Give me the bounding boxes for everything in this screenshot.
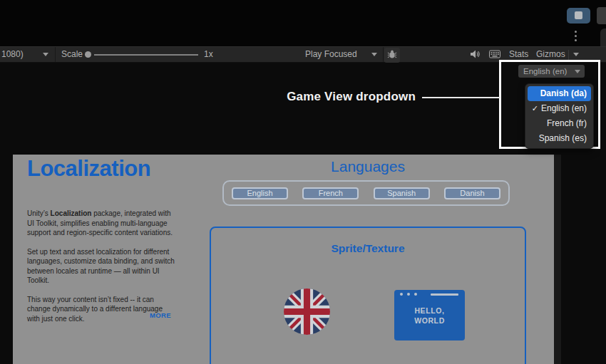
- debug-bug-button[interactable]: [384, 48, 400, 63]
- scale-value: 1x: [204, 47, 213, 62]
- toolbar-separator: [383, 47, 384, 62]
- language-button-english[interactable]: English: [232, 187, 288, 199]
- gizmos-separator: [568, 50, 569, 60]
- menu-item-french[interactable]: French (fr): [525, 116, 593, 131]
- annotation-game-view-dropdown: Game View dropdown: [273, 90, 416, 104]
- language-button-french[interactable]: French: [302, 187, 359, 199]
- more-link[interactable]: MORE: [27, 311, 171, 319]
- bug-icon: [387, 49, 397, 61]
- kebab-menu-icon[interactable]: [575, 31, 577, 43]
- unity-game-view: 1080) Scale 1x Play Focused Stats Gizmos: [0, 0, 606, 364]
- check-icon: ✓: [532, 101, 538, 116]
- sprite-texture-section: Sprite/Texture: [210, 227, 526, 364]
- language-button-danish[interactable]: Danish: [444, 187, 500, 199]
- languages-button-group: English French Spanish Danish: [222, 180, 510, 206]
- uk-flag-icon: [284, 288, 330, 335]
- hello-world-window: HELLO, WORLD: [394, 290, 465, 340]
- play-focused-dropdown[interactable]: Play Focused: [305, 47, 357, 62]
- mute-audio-button[interactable]: [468, 48, 482, 63]
- side-panel-corner: [600, 28, 606, 47]
- game-view-language-dropdown[interactable]: English (en): [518, 65, 585, 78]
- annotation-pointer-line: [422, 97, 500, 98]
- page-title: Localization: [27, 156, 150, 182]
- stats-label: Stats: [509, 49, 528, 59]
- play-focused-label: Play Focused: [305, 49, 357, 59]
- chevron-down-icon: [43, 53, 48, 56]
- toolbar-separator: [55, 47, 56, 62]
- chevron-down-icon: [371, 53, 377, 56]
- language-button-spanish[interactable]: Spanish: [374, 187, 430, 199]
- bold-localization: Localization: [51, 209, 92, 217]
- keyboard-icon: [489, 50, 500, 61]
- intro-paragraph: Unity’s Localization package, integrated…: [27, 209, 175, 238]
- clipped-toolbar-button[interactable]: [597, 7, 606, 24]
- resolution-label: 1080): [1, 49, 24, 59]
- intro-paragraph: Set up text and asset localization for d…: [27, 247, 175, 286]
- language-dropdown-menu: Danish (da) ✓English (en) French (fr) Sp…: [525, 83, 594, 149]
- scale-slider-track[interactable]: [94, 54, 198, 56]
- window-titlebar-line: [431, 293, 458, 296]
- menu-item-danish[interactable]: Danish (da): [528, 86, 591, 101]
- chevron-down-icon[interactable]: [573, 53, 579, 56]
- localization-sample-page: Localization Unity’s Localization packag…: [13, 155, 554, 364]
- sprite-texture-heading: Sprite/Texture: [211, 242, 525, 255]
- editor-top-strip: [0, 0, 606, 46]
- scale-label: Scale: [61, 47, 83, 62]
- resolution-dropdown[interactable]: 1080): [1, 47, 24, 62]
- selected-language-label: English (en): [523, 67, 567, 76]
- square-icon: [575, 11, 582, 19]
- active-toolbar-button[interactable]: [567, 8, 590, 24]
- speaker-icon: [470, 50, 480, 61]
- menu-item-english[interactable]: ✓English (en): [525, 101, 593, 116]
- languages-heading: Languages: [210, 158, 526, 175]
- gizmos-label: Gizmos: [536, 49, 565, 59]
- page-right-shadow: [554, 155, 561, 364]
- chevron-down-icon: [575, 70, 580, 73]
- window-dots-icon: [400, 293, 417, 296]
- menu-item-spanish[interactable]: Spanish (es): [525, 131, 593, 146]
- hello-world-text: HELLO, WORLD: [394, 306, 465, 326]
- scale-slider-thumb[interactable]: [85, 51, 91, 58]
